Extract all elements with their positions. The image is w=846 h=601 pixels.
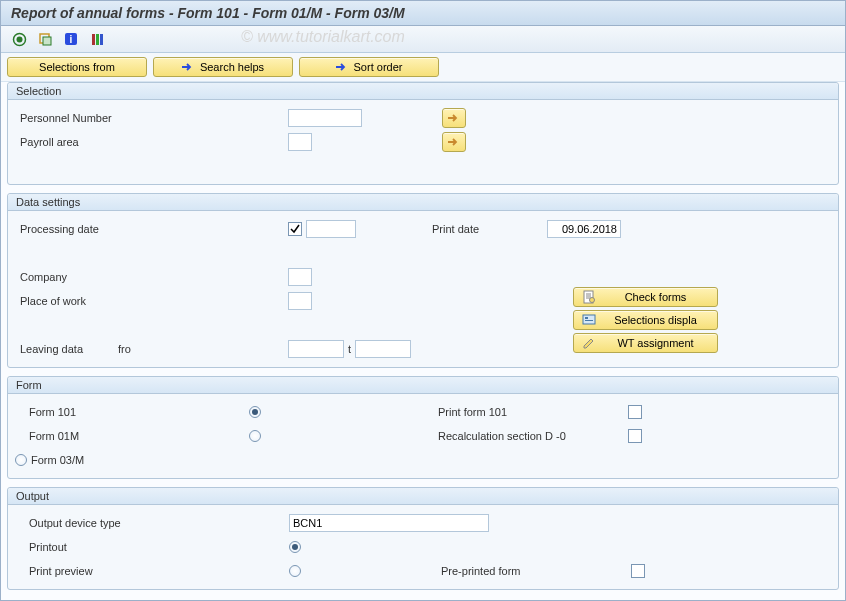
processing-date-checkbox[interactable] — [288, 222, 302, 236]
action-buttons-row: Selections from Search helps Sort order — [1, 53, 845, 82]
fro-label: fro — [118, 343, 178, 355]
form-01m-label: Form 01M — [29, 430, 249, 442]
selections-from-label: Selections from — [39, 61, 115, 73]
page-title: Report of annual forms - Form 101 - Form… — [1, 1, 845, 26]
arrow-right-icon — [448, 113, 460, 123]
form-title: Form — [8, 377, 838, 394]
form-101-label: Form 101 — [29, 406, 249, 418]
selections-from-button[interactable]: Selections from — [7, 57, 147, 77]
sort-order-label: Sort order — [354, 61, 403, 73]
output-device-input[interactable] — [289, 514, 489, 532]
payroll-area-multiple-button[interactable] — [442, 132, 466, 152]
svg-point-10 — [590, 298, 595, 303]
arrow-right-icon — [182, 62, 194, 72]
svg-rect-11 — [583, 315, 595, 324]
svg-rect-6 — [92, 34, 95, 45]
processing-date-input[interactable] — [306, 220, 356, 238]
output-group: Output Output device type Printout Print… — [7, 487, 839, 590]
place-of-work-input[interactable] — [288, 292, 312, 310]
recalc-checkbox[interactable] — [628, 429, 642, 443]
check-forms-button[interactable]: Check forms — [573, 287, 718, 307]
selections-displa-button[interactable]: Selections displa — [573, 310, 718, 330]
main-toolbar: i © www.tutorialkart.com — [1, 26, 845, 53]
printout-label: Printout — [29, 541, 289, 553]
printout-radio[interactable] — [289, 541, 301, 553]
search-helps-button[interactable]: Search helps — [153, 57, 293, 77]
personnel-number-input[interactable] — [288, 109, 362, 127]
watermark: © www.tutorialkart.com — [241, 28, 405, 46]
company-label: Company — [18, 271, 158, 283]
recalc-label: Recalculation section D -0 — [438, 430, 628, 442]
form-01m-radio[interactable] — [249, 430, 261, 442]
svg-point-1 — [16, 36, 22, 42]
wt-assignment-label: WT assignment — [602, 337, 709, 349]
form-03m-radio[interactable] — [15, 454, 27, 466]
leaving-from-input[interactable] — [288, 340, 344, 358]
display-icon — [582, 313, 596, 327]
output-title: Output — [8, 488, 838, 505]
form-icon — [582, 290, 596, 304]
personnel-number-label: Personnel Number — [18, 112, 158, 124]
data-settings-group: Data settings Processing date Print date… — [7, 193, 839, 368]
wt-assignment-button[interactable]: WT assignment — [573, 333, 718, 353]
print-date-label: Print date — [432, 223, 547, 235]
data-settings-title: Data settings — [8, 194, 838, 211]
svg-rect-8 — [100, 34, 103, 45]
execute-icon[interactable] — [9, 30, 29, 48]
payroll-area-input[interactable] — [288, 133, 312, 151]
leaving-to-input[interactable] — [355, 340, 411, 358]
svg-text:i: i — [70, 34, 73, 45]
information-icon[interactable]: i — [61, 30, 81, 48]
svg-rect-13 — [585, 320, 593, 321]
personnel-number-multiple-button[interactable] — [442, 108, 466, 128]
place-of-work-label: Place of work — [18, 295, 158, 307]
svg-rect-7 — [96, 34, 99, 45]
preprinted-label: Pre-printed form — [441, 565, 631, 577]
variants-list-icon[interactable] — [87, 30, 107, 48]
form-03m-label: Form 03/M — [27, 454, 84, 466]
search-helps-label: Search helps — [200, 61, 264, 73]
arrow-right-icon — [336, 62, 348, 72]
sort-order-button[interactable]: Sort order — [299, 57, 439, 77]
edit-icon — [582, 336, 596, 350]
print-preview-label: Print preview — [29, 565, 289, 577]
form-group: Form Form 101 Form 01M Form 03/M — [7, 376, 839, 479]
svg-rect-3 — [43, 37, 51, 45]
leaving-data-label: Leaving data — [18, 343, 118, 355]
t-label: t — [344, 343, 355, 355]
variant-icon[interactable] — [35, 30, 55, 48]
print-date-input[interactable] — [547, 220, 621, 238]
processing-date-label: Processing date — [18, 223, 158, 235]
check-forms-label: Check forms — [602, 291, 709, 303]
print-preview-radio[interactable] — [289, 565, 301, 577]
company-input[interactable] — [288, 268, 312, 286]
form-101-radio[interactable] — [249, 406, 261, 418]
print-form-101-checkbox[interactable] — [628, 405, 642, 419]
svg-rect-12 — [585, 317, 588, 319]
selection-group: Selection Personnel Number Payroll area — [7, 82, 839, 185]
selections-displa-label: Selections displa — [602, 314, 709, 326]
output-device-label: Output device type — [29, 517, 289, 529]
payroll-area-label: Payroll area — [18, 136, 158, 148]
selection-title: Selection — [8, 83, 838, 100]
print-form-101-label: Print form 101 — [438, 406, 628, 418]
arrow-right-icon — [448, 137, 460, 147]
preprinted-checkbox[interactable] — [631, 564, 645, 578]
